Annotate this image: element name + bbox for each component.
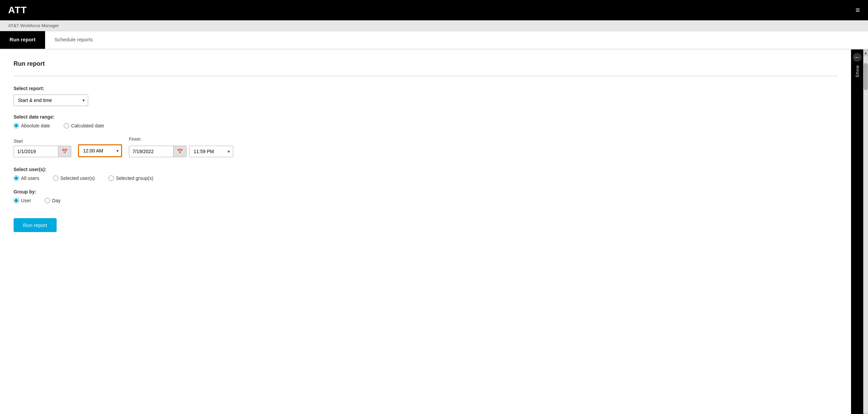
tab-schedule-reports[interactable]: Schedule reports	[45, 31, 102, 49]
datetime-row: Start 📅 12:00 AM 12:30 AM 1:00 AM 6:00 A…	[14, 137, 837, 157]
side-panel-label: Show	[855, 65, 860, 78]
finish-date-input-wrapper: 📅	[129, 146, 186, 157]
select-users-group: Select user(s): All users Selected user(…	[14, 167, 837, 181]
page-title: Run report	[14, 60, 837, 67]
users-radio-group: All users Selected user(s) Selected grou…	[14, 175, 837, 181]
select-report-dropdown[interactable]: Start & end time Summary Detail	[14, 95, 88, 106]
breadcrumb: AT&T Workforce Manager	[0, 20, 868, 31]
separator	[14, 76, 837, 76]
navbar: ATT ≡	[0, 0, 868, 20]
radio-absolute-date[interactable]: Absolute date	[14, 123, 50, 128]
main-wrapper: Run report Select report: Start & end ti…	[0, 49, 868, 414]
finish-date-time-block: 📅 11:59 PM 11:00 PM 10:00 PM 6:00 PM	[129, 146, 233, 157]
side-panel[interactable]: ← Show	[851, 49, 863, 414]
radio-all-users[interactable]: All users	[14, 175, 39, 181]
start-date-input-wrapper: 📅	[14, 146, 71, 157]
select-report-label: Select report:	[14, 86, 837, 91]
run-report-button[interactable]: Run report	[14, 218, 57, 232]
right-side: ← Show ▲ ▼	[851, 49, 868, 414]
start-time-wrapper: 12:00 AM 12:30 AM 1:00 AM 6:00 AM 8:00 A…	[78, 144, 122, 157]
select-report-group: Select report: Start & end time Summary …	[14, 86, 837, 106]
finish-date-block: Finish 📅 11:59 PM 11:00 PM 10:00 PM 6:00…	[129, 137, 233, 157]
content-area: Run report Select report: Start & end ti…	[0, 49, 851, 414]
tab-bar: Run report Schedule reports	[0, 31, 868, 49]
start-time-select[interactable]: 12:00 AM 12:30 AM 1:00 AM 6:00 AM 8:00 A…	[78, 144, 122, 157]
finish-date-input[interactable]	[129, 146, 173, 157]
menu-icon[interactable]: ≡	[855, 6, 860, 15]
radio-selected-groups[interactable]: Selected group(s)	[108, 175, 154, 181]
radio-selected-users[interactable]: Selected user(s)	[53, 175, 95, 181]
finish-time-wrapper: 11:59 PM 11:00 PM 10:00 PM 6:00 PM	[189, 146, 233, 157]
scrollbar-down-button[interactable]: ▼	[863, 413, 868, 414]
select-users-label: Select user(s):	[14, 167, 837, 172]
date-range-group: Select date range: Absolute date Calcula…	[14, 114, 837, 128]
tab-run-report[interactable]: Run report	[0, 31, 45, 49]
select-report-wrapper: Start & end time Summary Detail	[14, 95, 88, 106]
radio-calculated-date[interactable]: Calculated date	[64, 123, 104, 128]
side-panel-arrow-icon: ←	[853, 53, 862, 62]
brand-logo: ATT	[8, 5, 27, 16]
scrollbar-thumb[interactable]	[864, 63, 868, 90]
scrollbar: ▲ ▼	[863, 49, 868, 414]
date-range-label: Select date range:	[14, 114, 837, 120]
radio-group-day[interactable]: Day	[45, 198, 61, 203]
start-time-block: 12:00 AM 12:30 AM 1:00 AM 6:00 AM 8:00 A…	[78, 144, 122, 157]
date-range-radio-group: Absolute date Calculated date	[14, 123, 837, 128]
start-calendar-icon[interactable]: 📅	[58, 146, 71, 157]
finish-label: Finish	[129, 137, 233, 142]
start-date-block: Start 📅	[14, 139, 71, 157]
group-by-label: Group by:	[14, 189, 837, 194]
group-by-radio-group: User Day	[14, 198, 837, 203]
group-by-group: Group by: User Day	[14, 189, 837, 203]
finish-calendar-icon[interactable]: 📅	[173, 146, 186, 157]
radio-group-user[interactable]: User	[14, 198, 31, 203]
finish-time-select[interactable]: 11:59 PM 11:00 PM 10:00 PM 6:00 PM	[189, 146, 233, 157]
start-label: Start	[14, 139, 71, 144]
start-date-input[interactable]	[14, 146, 58, 157]
scrollbar-up-button[interactable]: ▲	[863, 49, 868, 56]
